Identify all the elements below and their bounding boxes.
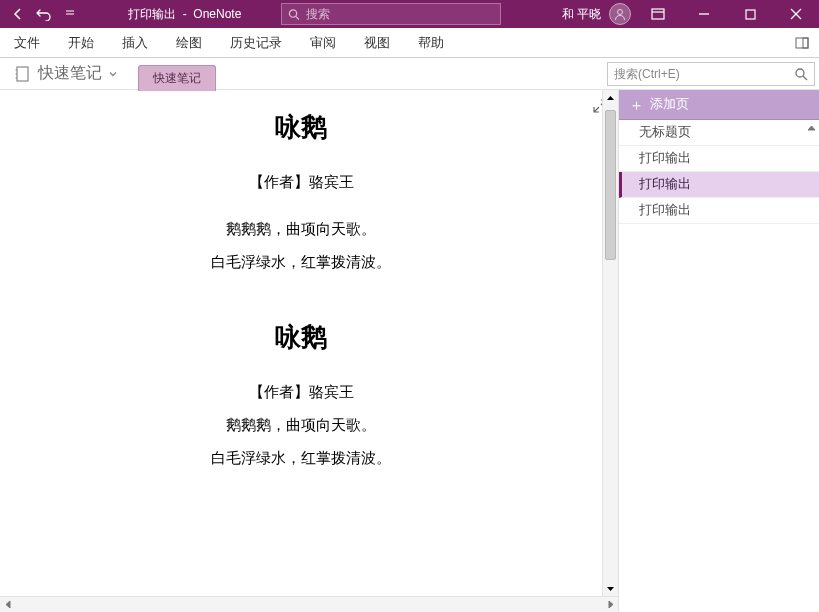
ribbon-tab-help[interactable]: 帮助	[404, 28, 458, 57]
collapse-ribbon-button[interactable]	[785, 28, 819, 57]
ribbon-tab-review[interactable]: 审阅	[296, 28, 350, 57]
back-button[interactable]	[8, 4, 28, 24]
poem-line: 鹅鹅鹅，曲项向天歌。	[60, 416, 542, 435]
minimize-button[interactable]	[681, 0, 727, 28]
scroll-thumb[interactable]	[605, 110, 616, 260]
undo-button[interactable]	[34, 4, 54, 24]
poem-block: 咏鹅 【作者】骆宾王 鹅鹅鹅，曲项向天歌。 白毛浮绿水，红掌拨清波。	[60, 320, 542, 468]
svg-rect-11	[796, 38, 808, 48]
svg-point-17	[796, 69, 804, 77]
page-item[interactable]: 无标题页	[619, 120, 819, 146]
page-item-label: 打印输出	[639, 176, 691, 193]
document-title: 打印输出	[128, 7, 176, 21]
poem-author: 【作者】骆宾王	[60, 173, 542, 192]
search-icon	[794, 67, 808, 81]
close-button[interactable]	[773, 0, 819, 28]
svg-point-2	[290, 9, 297, 16]
page-item-label: 打印输出	[639, 202, 691, 219]
chevron-down-icon	[108, 69, 118, 79]
svg-rect-8	[746, 10, 755, 19]
pagelist-scroll-up[interactable]	[803, 120, 819, 136]
page-canvas[interactable]: 咏鹅 【作者】骆宾王 鹅鹅鹅，曲项向天歌。 白毛浮绿水，红掌拨清波。 咏鹅 【作…	[0, 90, 602, 536]
section-tab[interactable]: 快速笔记	[138, 65, 216, 91]
ribbon-tab-view[interactable]: 视图	[350, 28, 404, 57]
page-item[interactable]: 打印输出	[619, 172, 819, 198]
ribbon-display-button[interactable]	[635, 0, 681, 28]
poem-title: 咏鹅	[60, 110, 542, 145]
svg-rect-12	[803, 38, 808, 48]
poem-author: 【作者】骆宾王	[60, 383, 542, 402]
scroll-right-button[interactable]	[602, 597, 618, 613]
scroll-track[interactable]	[603, 106, 618, 580]
page-list-panel: ＋ 添加页 无标题页 打印输出 打印输出 打印输出	[619, 90, 819, 612]
ribbon-tab-file[interactable]: 文件	[0, 28, 54, 57]
user-name: 和 平晓	[562, 6, 601, 23]
main-area: 咏鹅 【作者】骆宾王 鹅鹅鹅，曲项向天歌。 白毛浮绿水，红掌拨清波。 咏鹅 【作…	[0, 90, 819, 612]
canvas-vscrollbar[interactable]	[602, 90, 618, 596]
scroll-track[interactable]	[16, 597, 602, 612]
ribbon-tab-home[interactable]: 开始	[54, 28, 108, 57]
global-search-input[interactable]	[306, 7, 494, 21]
titlebar: 打印输出 - OneNote 和 平晓	[0, 0, 819, 28]
app-name: OneNote	[193, 7, 241, 21]
maximize-button[interactable]	[727, 0, 773, 28]
notebook-dropdown[interactable]: 快速笔记	[8, 61, 124, 86]
ribbon-tab-insert[interactable]: 插入	[108, 28, 162, 57]
scroll-up-button[interactable]	[603, 90, 619, 106]
poem-line: 白毛浮绿水，红掌拨清波。	[60, 253, 542, 272]
section-tab-label: 快速笔记	[153, 70, 201, 87]
person-icon	[613, 7, 627, 21]
page-items: 无标题页 打印输出 打印输出 打印输出	[619, 120, 819, 612]
avatar[interactable]	[609, 3, 631, 25]
page-item[interactable]: 打印输出	[619, 146, 819, 172]
page-item-label: 打印输出	[639, 150, 691, 167]
qat-customize-button[interactable]	[60, 4, 80, 24]
page-item-label: 无标题页	[639, 124, 691, 141]
ribbon-tab-history[interactable]: 历史记录	[216, 28, 296, 57]
page-item[interactable]: 打印输出	[619, 198, 819, 224]
user-area[interactable]: 和 平晓	[562, 3, 631, 25]
notebook-name: 快速笔记	[38, 63, 102, 84]
add-page-button[interactable]: ＋ 添加页	[619, 90, 819, 120]
poem-title: 咏鹅	[60, 320, 542, 355]
page-search[interactable]	[607, 62, 815, 86]
notebook-icon	[14, 65, 32, 83]
svg-line-3	[296, 16, 299, 19]
svg-line-18	[803, 76, 807, 80]
poem-block: 咏鹅 【作者】骆宾王 鹅鹅鹅，曲项向天歌。 白毛浮绿水，红掌拨清波。	[60, 110, 542, 272]
ribbon: 文件 开始 插入 绘图 历史记录 审阅 视图 帮助	[0, 28, 819, 58]
notebook-bar: 快速笔记 快速笔记	[0, 58, 819, 90]
svg-point-4	[618, 10, 623, 15]
page-search-input[interactable]	[614, 67, 794, 81]
scroll-left-button[interactable]	[0, 597, 16, 613]
canvas-hscrollbar[interactable]	[0, 596, 618, 612]
poem-line: 白毛浮绿水，红掌拨清波。	[60, 449, 542, 468]
ribbon-tab-draw[interactable]: 绘图	[162, 28, 216, 57]
search-icon	[288, 8, 300, 21]
poem-line: 鹅鹅鹅，曲项向天歌。	[60, 220, 542, 239]
svg-rect-5	[652, 9, 664, 19]
scroll-down-button[interactable]	[603, 580, 619, 596]
global-search[interactable]	[281, 3, 501, 25]
plus-icon: ＋	[629, 97, 644, 112]
window-title: 打印输出 - OneNote	[128, 6, 241, 23]
svg-rect-13	[17, 67, 28, 81]
add-page-label: 添加页	[650, 96, 689, 113]
page-canvas-wrap: 咏鹅 【作者】骆宾王 鹅鹅鹅，曲项向天歌。 白毛浮绿水，红掌拨清波。 咏鹅 【作…	[0, 90, 619, 612]
